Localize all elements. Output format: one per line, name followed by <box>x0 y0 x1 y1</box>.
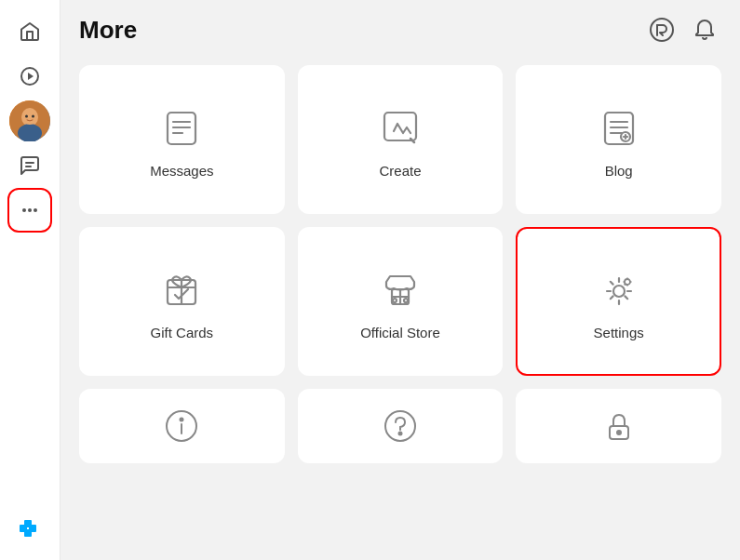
svg-point-37 <box>404 299 408 302</box>
card-info[interactable] <box>79 389 285 463</box>
cards-grid: Messages Create <box>79 65 721 463</box>
robux-icon-button[interactable] <box>645 13 679 47</box>
sidebar <box>0 0 61 560</box>
svg-point-36 <box>393 299 397 302</box>
card-messages[interactable]: Messages <box>79 65 285 214</box>
svg-point-50 <box>617 431 621 434</box>
sidebar-item-chat[interactable] <box>9 145 50 186</box>
header: More <box>61 0 740 56</box>
create-icon <box>379 107 422 150</box>
card-gift-cards[interactable]: Gift Cards <box>79 227 285 376</box>
sidebar-item-robux[interactable] <box>9 508 50 549</box>
card-blog[interactable]: Blog <box>516 65 721 214</box>
sidebar-item-home[interactable] <box>9 11 50 52</box>
blog-icon <box>598 107 640 150</box>
messages-label: Messages <box>150 163 213 179</box>
avatar <box>9 100 50 141</box>
card-help[interactable] <box>298 389 504 463</box>
svg-point-38 <box>613 286 625 297</box>
svg-point-5 <box>23 110 36 125</box>
svg-marker-1 <box>28 73 34 80</box>
main-content: More <box>61 0 740 560</box>
lock-icon <box>600 407 638 445</box>
header-icons <box>645 13 721 47</box>
svg-point-10 <box>22 208 26 212</box>
sidebar-item-avatar[interactable] <box>9 100 50 141</box>
svg-rect-16 <box>24 529 32 537</box>
official-store-label: Official Store <box>360 325 440 340</box>
settings-label: Settings <box>594 325 644 340</box>
svg-point-7 <box>32 115 34 118</box>
grid-container: Messages Create <box>61 56 740 560</box>
gift-cards-icon <box>160 269 203 312</box>
official-store-icon <box>379 269 422 312</box>
svg-point-48 <box>398 433 401 435</box>
messages-icon <box>160 107 203 150</box>
sidebar-item-more[interactable] <box>9 190 50 231</box>
svg-point-39 <box>625 279 630 285</box>
card-settings[interactable]: Settings <box>516 227 721 376</box>
notification-icon-button[interactable] <box>688 13 721 47</box>
card-official-store[interactable]: Official Store <box>298 227 504 376</box>
svg-point-46 <box>181 419 183 421</box>
create-label: Create <box>379 163 421 179</box>
svg-point-12 <box>34 208 37 212</box>
page-title: More <box>79 16 137 45</box>
svg-point-11 <box>28 208 32 212</box>
help-icon <box>382 407 419 445</box>
svg-point-6 <box>25 115 28 118</box>
blog-label: Blog <box>605 163 633 179</box>
gift-cards-label: Gift Cards <box>151 325 214 340</box>
sidebar-item-discover[interactable] <box>9 56 50 97</box>
info-icon <box>163 407 200 445</box>
card-lock[interactable] <box>516 389 721 463</box>
settings-icon <box>598 269 640 312</box>
svg-rect-15 <box>24 520 32 527</box>
card-create[interactable]: Create <box>298 65 504 214</box>
